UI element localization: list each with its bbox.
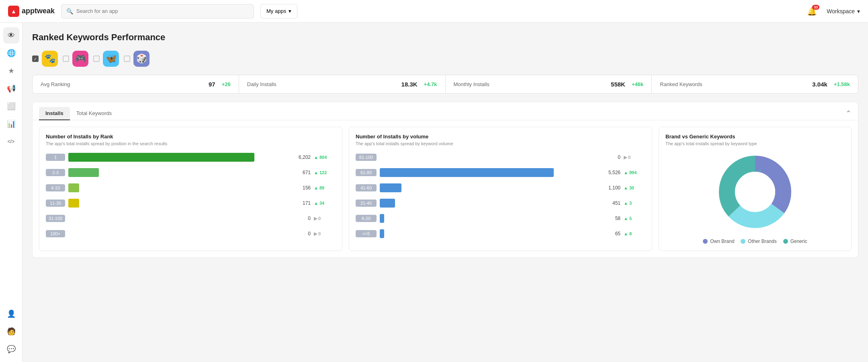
donut-legend: Own Brand Other Brands Generic [703, 239, 807, 244]
vol-bar-change-5: ▲ 5 [624, 216, 645, 221]
chart-icon: 📊 [7, 119, 16, 128]
vol-bar-container-3 [380, 183, 597, 192]
stat-change-ranked-keywords: +1.58k [834, 81, 850, 87]
legend-dot-other-brands [741, 239, 745, 244]
bar-change-3: ▲ 89 [314, 185, 336, 190]
stats-row: Avg Ranking 97 +26 Daily Installs 18.3K … [32, 75, 858, 94]
eye-icon: 👁 [8, 31, 15, 40]
chart-brand-vs-generic-subtitle: The app's total installs spread by keywo… [665, 141, 845, 146]
vol-bar-label-5: 6-20 [356, 215, 377, 222]
bar-change-6: ▶ 0 [314, 231, 336, 237]
bar-label-3: 4-10 [46, 184, 65, 191]
legend-label-own-brand: Own Brand [710, 239, 734, 244]
vol-bar-change-6: ▲ 8 [624, 231, 645, 236]
bar-change-2: ▲ 122 [314, 170, 336, 175]
app-emoji-3: 🦋 [106, 53, 117, 64]
sidebar-item-user[interactable]: 🧑 [3, 323, 19, 339]
vol-bar-value-5: 58 [600, 216, 620, 221]
logo: ▲ apptweak [8, 6, 55, 17]
chart-installs-by-volume-title: Number of Installs by volume [356, 134, 645, 140]
sidebar-item-chart[interactable]: 📊 [3, 116, 19, 132]
legend-dot-own-brand [703, 239, 708, 244]
vol-bar-container-1 [380, 153, 597, 162]
bar-row-3: 4-10 156 ▲ 89 [46, 182, 336, 193]
stat-value-ranked-keywords: 3.04k [812, 81, 827, 88]
megaphone-icon: 📢 [7, 84, 16, 93]
legend-item-generic: Generic [783, 239, 807, 244]
vol-bar-row-2: 61-80 5,526 ▲ 994 [356, 167, 645, 178]
workspace-chevron-icon: ▾ [857, 8, 860, 14]
logo-icon: ▲ [8, 6, 19, 17]
vol-bar-change-3: ▲ 30 [624, 185, 645, 190]
code-icon: </> [8, 139, 14, 144]
vol-bar-label-3: 41-60 [356, 184, 377, 191]
bar-label-6: 100+ [46, 230, 65, 237]
sidebar-item-megaphone[interactable]: 📢 [3, 80, 19, 97]
app-checkbox-3[interactable] [93, 56, 100, 62]
bar-container-6 [68, 229, 287, 238]
sidebar-item-code[interactable]: </> [3, 134, 19, 150]
tab-installs[interactable]: Installs [39, 107, 70, 120]
search-bar[interactable]: 🔍 [61, 4, 254, 19]
app-checkbox-2[interactable] [63, 56, 69, 62]
app-emoji-2: 🎮 [75, 53, 86, 64]
bar-fill-4 [68, 199, 79, 208]
vol-bar-fill-5 [380, 214, 384, 223]
stat-card-daily-installs: Daily Installs 18.3K +4.7k [239, 75, 445, 93]
donut-container: Own Brand Other Brands Generic [665, 152, 845, 244]
vol-bar-fill-2 [380, 168, 554, 177]
notification-badge: 33 [812, 5, 819, 10]
tabs-header: Installs Total Keywords ⌃ [33, 102, 858, 120]
sidebar-item-star[interactable]: ★ [3, 63, 19, 79]
tab-total-keywords[interactable]: Total Keywords [70, 107, 118, 120]
sidebar-item-chat[interactable]: 💬 [3, 341, 19, 357]
chart-installs-by-rank-title: Number of Installs by Rank [46, 134, 336, 140]
bar-value-1: 6,202 [291, 154, 311, 160]
sidebar-bottom: 👤 🧑 💬 [3, 306, 19, 357]
vol-bar-container-6 [380, 229, 597, 238]
my-apps-button[interactable]: My apps ▾ [260, 4, 297, 19]
bar-fill-2 [68, 168, 99, 177]
app-icon-4: 🎲 [133, 51, 149, 67]
legend-dot-generic [783, 239, 788, 244]
sidebar-item-globe[interactable]: 🌐 [3, 45, 19, 61]
sidebar-item-square[interactable]: ⬜ [3, 98, 19, 114]
vol-bar-fill-4 [380, 199, 395, 208]
notification-button[interactable]: 🔔 33 [807, 6, 817, 16]
sidebar-item-eye[interactable]: 👁 [3, 27, 19, 43]
vol-bar-row-3: 41-60 1,100 ▲ 30 [356, 182, 645, 193]
app-icon-1: 🐾 [42, 51, 58, 67]
vol-bar-label-2: 61-80 [356, 169, 377, 176]
bar-row-2: 2-3 671 ▲ 122 [46, 167, 336, 178]
workspace-label: Workspace [827, 8, 855, 14]
bar-container-5 [68, 214, 287, 223]
vol-bar-label-6: <=5 [356, 230, 377, 237]
vol-bar-change-4: ▲ 3 [624, 201, 645, 206]
stat-change-avg-ranking: +26 [222, 81, 231, 87]
stat-label-daily-installs: Daily Installs [247, 81, 397, 87]
bar-fill-3 [68, 183, 79, 192]
bar-label-2: 2-3 [46, 169, 65, 176]
app-checkbox-4[interactable] [124, 56, 130, 62]
vol-bar-value-6: 65 [600, 231, 620, 237]
collapse-button[interactable]: ⌃ [845, 109, 852, 118]
workspace-button[interactable]: Workspace ▾ [827, 8, 860, 14]
chart-brand-vs-generic: Brand vs Generic Keywords The app's tota… [659, 127, 852, 251]
search-input[interactable] [76, 8, 249, 14]
vol-bar-label-1: 81-100 [356, 154, 377, 161]
stat-card-avg-ranking: Avg Ranking 97 +26 [33, 75, 239, 93]
app-checkbox-1[interactable] [32, 56, 39, 62]
bar-label-1: 1 [46, 154, 65, 161]
header: ▲ apptweak 🔍 My apps ▾ 🔔 33 Workspace ▾ [0, 0, 868, 23]
vol-bar-row-6: <=5 65 ▲ 8 [356, 228, 645, 239]
stat-card-ranked-keywords: Ranked Keywords 3.04k +1.58k [652, 75, 858, 93]
tabs-container: Installs Total Keywords ⌃ Number of Inst… [32, 102, 858, 258]
app-emoji-4: 🎲 [136, 53, 147, 64]
app-item-3: 🦋 [93, 51, 119, 67]
star-icon: ★ [8, 66, 14, 75]
stat-label-avg-ranking: Avg Ranking [41, 81, 205, 87]
vol-bar-change-1: ▶ 0 [624, 155, 645, 160]
sidebar-item-person-circle[interactable]: 👤 [3, 306, 19, 322]
legend-item-own-brand: Own Brand [703, 239, 734, 244]
app-icon-2: 🎮 [72, 51, 88, 67]
